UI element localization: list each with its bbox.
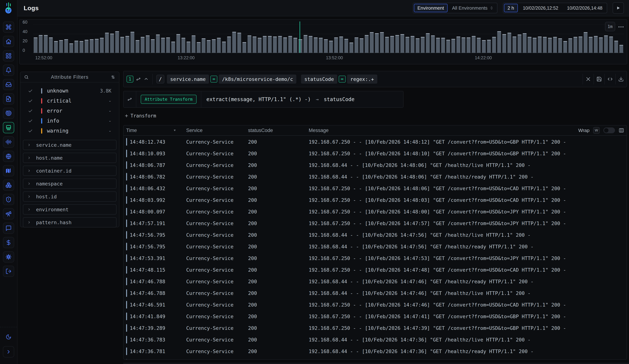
sidebar-item-billing[interactable] — [3, 237, 14, 248]
severity-filter-row[interactable]: warning - — [21, 126, 118, 136]
log-table-row[interactable]: 14:48:03.992 Currency-Service 200 192.16… — [124, 194, 627, 206]
time-to-field[interactable]: 10/02/2026,14:48 — [563, 5, 607, 11]
log-table-row[interactable]: 14:48:12.743 Currency-Service 200 192.16… — [124, 136, 627, 148]
chart-menu-button[interactable] — [617, 24, 625, 29]
sidebar-item-metrics[interactable] — [3, 136, 14, 148]
sidebar-item-logs[interactable] — [3, 122, 14, 133]
log-severity-indicator — [126, 313, 127, 320]
sidebar-item-home[interactable] — [3, 36, 14, 47]
log-time: 14:47:56.795 — [130, 244, 186, 250]
horizontal-scrollbar[interactable] — [123, 363, 629, 364]
histogram-bar — [125, 36, 129, 53]
query-filter-chip[interactable]: statusCode = regex:.+ — [301, 75, 377, 84]
attribute-filter-item[interactable]: container.id — [23, 166, 117, 176]
column-header-message[interactable]: Message — [309, 128, 578, 133]
log-service: Currency-Service — [186, 302, 248, 308]
clear-query-button[interactable] — [586, 76, 591, 82]
query-index-badge[interactable]: 1 — [127, 76, 133, 83]
sidebar-item-dashboards[interactable] — [3, 50, 14, 61]
divider — [594, 74, 594, 84]
column-header-statuscode[interactable]: statusCode — [248, 128, 309, 133]
sidebar-item-support[interactable] — [3, 223, 14, 234]
log-table-row[interactable]: 14:47:46.788 Currency-Service 200 192.16… — [124, 276, 627, 287]
log-table-row[interactable]: 14:47:36.783 Currency-Service 200 192.16… — [124, 334, 627, 346]
environment-value[interactable]: All Environments — [448, 5, 497, 11]
theme-toggle-button[interactable] — [3, 331, 14, 343]
log-table-row[interactable]: 14:47:53.391 Currency-Service 200 192.16… — [124, 252, 627, 264]
expand-sidebar-button[interactable] — [3, 346, 14, 358]
wrap-toggle[interactable] — [603, 127, 615, 133]
log-table-row[interactable]: 14:47:56.795 Currency-Service 200 192.16… — [124, 241, 627, 252]
log-table-row[interactable]: 14:47:46.591 Currency-Service 200 192.16… — [124, 299, 627, 311]
attribute-filter-item[interactable]: host.id — [23, 191, 117, 202]
search-icon[interactable] — [24, 75, 29, 80]
time-range-picker[interactable]: 2 h 10/02/2026,12:52 10/02/2026,14:48 — [503, 3, 607, 13]
transform-expression[interactable]: extract(message, HTTP/1.1" (.*) -) → sta… — [201, 91, 359, 107]
log-table-row[interactable]: 14:47:39.289 Currency-Service 200 192.16… — [124, 322, 627, 334]
severity-filter-row[interactable]: unknown 3.8K — [21, 86, 118, 96]
filter-key[interactable]: statusCode — [301, 75, 337, 84]
attribute-filter-item[interactable]: pattern.hash — [23, 217, 117, 227]
query-transform-toggle-button[interactable] — [136, 77, 141, 82]
attribute-filter-item[interactable]: namespace — [23, 179, 117, 189]
log-table-row[interactable]: 14:48:06.782 Currency-Service 200 192.16… — [124, 171, 627, 182]
time-range-label[interactable]: 2 h — [504, 4, 518, 12]
sidebar-item-explorer[interactable] — [3, 208, 14, 219]
histogram-plot[interactable] — [33, 22, 624, 53]
sidebar-item-globe[interactable] — [3, 151, 14, 162]
log-table-row[interactable]: 14:48:10.093 Currency-Service 200 192.16… — [124, 148, 627, 159]
sidebar-item-settings[interactable] — [3, 251, 14, 263]
columns-settings-button[interactable] — [619, 128, 624, 133]
sidebar-item-traces[interactable] — [3, 108, 14, 119]
filter-operator[interactable]: = — [339, 76, 346, 83]
log-table-row[interactable]: 14:48:00.097 Currency-Service 200 192.16… — [124, 206, 627, 217]
filter-value[interactable]: regex:.+ — [347, 75, 377, 84]
log-table-row[interactable]: 14:48:06.787 Currency-Service 200 192.16… — [124, 159, 627, 171]
query-filter-chip[interactable]: service.name = /k8s/microservice-demo/c — [167, 75, 296, 84]
app-logo[interactable] — [0, 0, 17, 16]
log-table-row[interactable]: 14:48:06.432 Currency-Service 200 192.16… — [124, 182, 627, 194]
sidebar-item-command[interactable] — [3, 21, 14, 33]
log-table-row[interactable]: 14:47:56.795 Currency-Service 200 192.16… — [124, 229, 627, 241]
log-table-row[interactable]: 14:47:36.781 Currency-Service 200 192.16… — [124, 346, 627, 357]
column-header-time[interactable]: Time — [126, 128, 186, 133]
attribute-filter-item[interactable]: host.name — [23, 153, 117, 163]
filter-value[interactable]: /k8s/microservice-demo/c — [219, 75, 296, 84]
log-table-row[interactable]: 14:47:57.191 Currency-Service 200 192.16… — [124, 217, 627, 229]
sidebar-item-map[interactable] — [3, 165, 14, 176]
interval-badge[interactable]: 1m — [605, 22, 615, 31]
log-table-row[interactable]: 14:47:41.849 Currency-Service 200 192.16… — [124, 311, 627, 322]
time-from-field[interactable]: 10/02/2026,12:52 — [518, 5, 563, 11]
severity-filter-row[interactable]: error - — [21, 106, 118, 116]
log-table-row[interactable]: 14:47:48.115 Currency-Service 200 192.16… — [124, 264, 627, 276]
column-header-service[interactable]: Service — [186, 128, 248, 133]
attribute-filter-item[interactable]: environment — [23, 204, 117, 215]
query-slash-shortcut[interactable]: / — [156, 75, 164, 84]
attribute-filter-item[interactable]: service.name — [23, 140, 117, 150]
sort-arrows-icon[interactable] — [111, 75, 115, 80]
sidebar-item-alerts[interactable] — [3, 65, 14, 76]
histogram-bar — [467, 37, 471, 53]
severity-color-bar — [41, 128, 42, 134]
sidebar-item-log-search[interactable] — [3, 93, 14, 104]
transform-type-badge[interactable]: Attribute Transform — [141, 95, 197, 104]
log-table-row[interactable] — [124, 357, 627, 359]
sidebar-item-infrastructure[interactable] — [3, 180, 14, 191]
filter-operator[interactable]: = — [210, 76, 217, 83]
sidebar-item-inbox[interactable] — [3, 79, 14, 90]
severity-filter-row[interactable]: critical - — [21, 96, 118, 106]
log-table-row[interactable]: 14:47:46.788 Currency-Service 200 192.16… — [124, 287, 627, 299]
code-view-button[interactable] — [607, 76, 613, 82]
collapse-query-button[interactable] — [144, 77, 149, 82]
save-view-button[interactable] — [596, 76, 602, 82]
histogram-bar — [385, 37, 389, 53]
environment-selector[interactable]: Environment All Environments — [413, 3, 497, 13]
download-button[interactable] — [618, 76, 624, 82]
filter-key[interactable]: service.name — [167, 75, 209, 84]
severity-filter-row[interactable]: info - — [21, 116, 118, 126]
severity-label: info — [47, 118, 109, 124]
sidebar-item-security[interactable] — [3, 194, 14, 205]
play-button[interactable] — [613, 2, 624, 14]
add-transform-button[interactable]: Transform — [124, 113, 156, 118]
sidebar-item-logout[interactable] — [3, 266, 14, 277]
